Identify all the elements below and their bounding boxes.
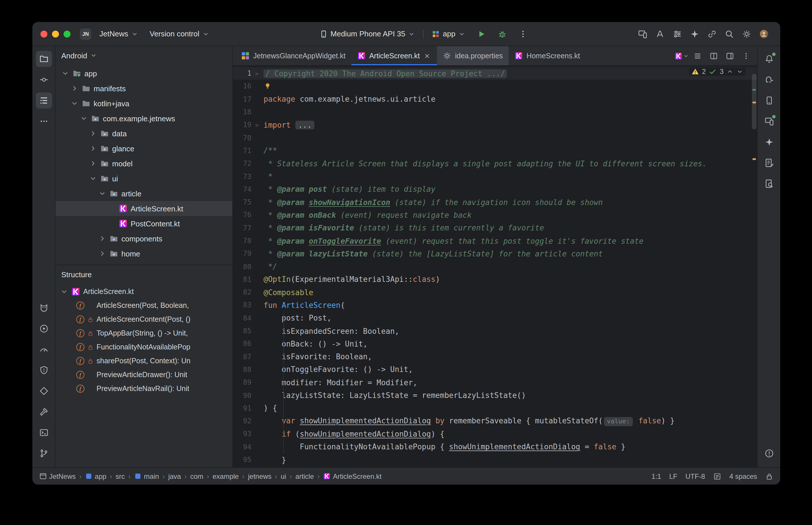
profiler-tool-button[interactable] bbox=[35, 341, 52, 358]
terminal-tool-button[interactable] bbox=[35, 424, 52, 441]
breadcrumb-jetnews[interactable]: JetNews bbox=[39, 472, 76, 480]
file-encoding[interactable]: UTF-8 bbox=[685, 472, 705, 480]
code-line-17[interactable]: 17package com.example.jetnews.ui.article bbox=[233, 93, 757, 106]
code-line-76[interactable]: 76 * @param onBack (event) request navig… bbox=[233, 209, 757, 222]
project-item-articlescreen-kt[interactable]: ArticleScreen.kt bbox=[56, 201, 232, 216]
structure-item-topappbar-string-unit[interactable]: fTopAppBar(String, () -> Unit, bbox=[56, 326, 232, 340]
code-line-72[interactable]: 72 * Stateless Article Screen that displ… bbox=[233, 157, 757, 170]
indent-size[interactable]: 4 spaces bbox=[729, 472, 757, 480]
project-item-model[interactable]: model bbox=[56, 156, 232, 171]
project-item-manifests[interactable]: manifests bbox=[56, 81, 232, 96]
inspections-widget[interactable]: 2 3 bbox=[689, 68, 745, 76]
code-line-70[interactable]: 70 bbox=[233, 131, 757, 145]
code-line-86[interactable]: 86 onBack: () -> Unit, bbox=[233, 337, 757, 350]
breadcrumb-jetnews[interactable]: jetnews bbox=[248, 472, 271, 480]
breadcrumb-article[interactable]: article bbox=[295, 472, 314, 480]
breadcrumb-main[interactable]: main bbox=[134, 472, 159, 480]
code-line-16[interactable]: 16 bbox=[233, 80, 757, 93]
breadcrumb-src[interactable]: src bbox=[116, 472, 125, 480]
code-line-82[interactable]: 82@Composable bbox=[233, 286, 757, 299]
notifications-tool-button[interactable] bbox=[761, 51, 777, 67]
indent-style-icon[interactable] bbox=[713, 472, 721, 480]
minimize-window-button[interactable] bbox=[52, 30, 59, 37]
app-quality-insights-tool-button[interactable] bbox=[35, 362, 52, 378]
structure-item-sharepost-post-context-un[interactable]: fsharePost(Post, Context): Un bbox=[56, 354, 232, 368]
editor-tab-idea-properties[interactable]: idea.properties bbox=[437, 46, 508, 65]
previous-problem-icon[interactable] bbox=[726, 68, 734, 75]
app-inspection-tool-button[interactable] bbox=[35, 320, 52, 337]
more-tool-windows-tool-button[interactable] bbox=[35, 113, 52, 129]
code-line-78[interactable]: 78 * @param onToggleFavorite (event) req… bbox=[233, 235, 757, 247]
code-line-94[interactable]: 94 FunctionalityNotAvailablePopup { show… bbox=[233, 440, 757, 453]
project-panel-header[interactable]: Android bbox=[56, 46, 232, 65]
editor-tab-homescreens-kt[interactable]: HomeScreens.kt bbox=[508, 46, 586, 65]
warning-stripe-mark[interactable] bbox=[752, 102, 756, 103]
device-selector-button[interactable]: Medium Phone API 35 bbox=[316, 27, 419, 41]
project-tool-button[interactable] bbox=[35, 51, 52, 67]
next-problem-icon[interactable] bbox=[736, 68, 743, 75]
ai-annotate-button[interactable] bbox=[652, 26, 668, 42]
link-assistant-button[interactable] bbox=[704, 26, 720, 42]
code-line-75[interactable]: 75 * @param showNavigationIcon (state) i… bbox=[233, 196, 757, 209]
line-separator[interactable]: LF bbox=[669, 472, 677, 480]
studio-labs-button[interactable] bbox=[686, 26, 703, 42]
project-item-glance[interactable]: glance bbox=[56, 141, 232, 156]
breadcrumb-app[interactable]: app bbox=[85, 472, 106, 480]
warning-stripe-mark[interactable] bbox=[752, 158, 756, 160]
commit-tool-button[interactable] bbox=[35, 72, 52, 88]
code-line-73[interactable]: 73 * bbox=[233, 170, 757, 183]
version-control-tool-button[interactable] bbox=[35, 445, 52, 462]
problems-tool-button[interactable] bbox=[761, 445, 777, 462]
code-line-85[interactable]: 85 isExpandedScreen: Boolean, bbox=[233, 325, 757, 338]
mirror-device-button[interactable] bbox=[635, 26, 651, 42]
code-line-79[interactable]: 79 * @param lazyListState (state) the [L… bbox=[233, 247, 757, 260]
project-item-kotlin-java[interactable]: kotlin+java bbox=[56, 96, 232, 111]
code-line-83[interactable]: 83fun ArticleScreen( bbox=[233, 299, 757, 312]
breadcrumb-com[interactable]: com bbox=[190, 472, 203, 480]
editor-options-button[interactable] bbox=[739, 49, 754, 63]
breadcrumb-java[interactable]: java bbox=[168, 472, 181, 480]
close-window-button[interactable] bbox=[41, 30, 47, 37]
close-tab-icon[interactable] bbox=[423, 52, 431, 60]
debug-button[interactable] bbox=[494, 26, 510, 42]
run-configuration-button[interactable]: app bbox=[429, 27, 469, 41]
fold-marker-icon[interactable]: > bbox=[253, 70, 261, 76]
code-line-91[interactable]: 91) { bbox=[233, 402, 757, 415]
editor-tab-articlescreen-kt[interactable]: ArticleScreen.kt bbox=[351, 46, 437, 65]
project-item-ui[interactable]: ui bbox=[56, 171, 232, 186]
project-item-data[interactable]: data bbox=[56, 126, 232, 141]
code-line-81[interactable]: 81@OptIn(ExperimentalMaterial3Api::class… bbox=[233, 273, 757, 286]
assistant-tool-button[interactable] bbox=[761, 155, 777, 171]
code-line-1[interactable]: 1>/ Copyright 2020 The Android Open Sour… bbox=[233, 67, 757, 80]
firebase-tool-button[interactable] bbox=[35, 383, 52, 399]
run-button[interactable] bbox=[473, 26, 489, 42]
device-explorer-tool-button[interactable] bbox=[761, 176, 777, 192]
code-line-93[interactable]: 93 if (showUnimplementedActionDialog) { bbox=[233, 428, 757, 441]
code-line-88[interactable]: 88 onToggleFavorite: () -> Unit, bbox=[233, 363, 757, 376]
code-line-18[interactable]: 18 bbox=[233, 106, 757, 119]
vcs-menu-button[interactable]: Version control bbox=[146, 27, 213, 41]
more-run-options-button[interactable] bbox=[515, 26, 531, 42]
split-editor-button[interactable] bbox=[706, 49, 721, 63]
gemini-tool-button[interactable] bbox=[761, 134, 777, 150]
editor-tab-jetnewsglanceappwidget-kt[interactable]: JetnewsGlanceAppWidget.kt bbox=[235, 46, 351, 65]
project-item-article[interactable]: article bbox=[56, 186, 232, 201]
device-shortcuts-button[interactable] bbox=[669, 26, 685, 42]
project-item-app[interactable]: app bbox=[56, 66, 232, 81]
gradle-tool-button[interactable] bbox=[761, 72, 777, 88]
code-line-92[interactable]: 92 var showUnimplementedActionDialog by … bbox=[233, 415, 757, 428]
structure-item-articlescreen-kt[interactable]: ArticleScreen.kt bbox=[56, 285, 232, 299]
breadcrumb-example[interactable]: example bbox=[213, 472, 239, 480]
info-stripe-mark[interactable] bbox=[752, 89, 756, 91]
code-line-84[interactable]: 84 post: Post, bbox=[233, 312, 757, 325]
editor-layout-button[interactable] bbox=[722, 49, 737, 63]
running-devices-tool-button[interactable] bbox=[761, 113, 777, 129]
code-line-87[interactable]: 87 isFavorite: Boolean, bbox=[233, 350, 757, 363]
code-line-89[interactable]: 89 modifier: Modifier = Modifier, bbox=[233, 376, 757, 389]
build-tool-button[interactable] bbox=[35, 404, 52, 420]
structure-tool-button[interactable] bbox=[35, 92, 52, 109]
code-line-80[interactable]: 80 */ bbox=[233, 260, 757, 273]
fold-marker-icon[interactable]: > bbox=[253, 122, 261, 128]
readonly-lock-icon[interactable] bbox=[765, 472, 773, 480]
hidden-tabs-button[interactable] bbox=[674, 49, 689, 63]
